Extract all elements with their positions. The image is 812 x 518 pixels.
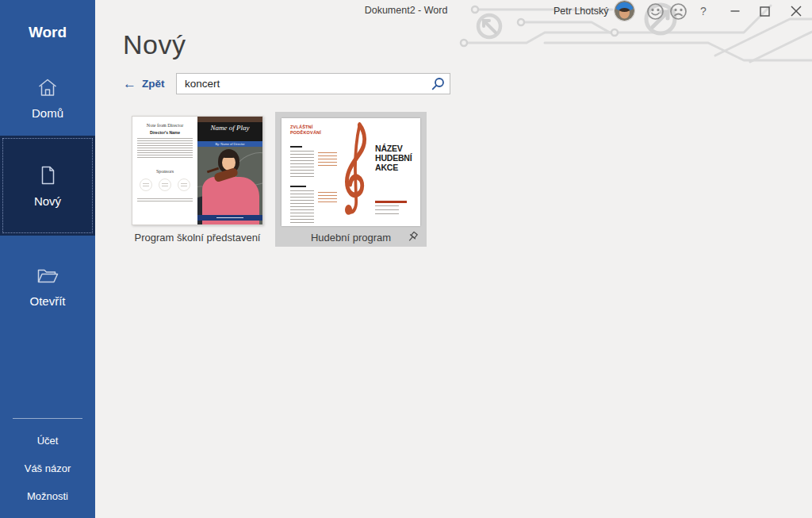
titlebar: Dokument2 - Word Petr Lhotský ? <box>0 0 812 24</box>
backstage-sidebar: Word Domů Nový Otevřít Účet Váš názor Mo… <box>0 0 95 518</box>
template-thumbnail: ZVLÁŠTNÍ PODĚKOVÁNÍ NÁZEV HUDEBNÍ AKCE <box>282 118 420 226</box>
smiley-icon <box>646 2 665 21</box>
new-document-pane: Nový ← Zpět Note from Director Director'… <box>95 0 812 518</box>
minimize-button[interactable] <box>722 0 749 22</box>
pushpin-icon <box>406 231 419 244</box>
template-preview-text-page: Note from Director Director's Name Spons… <box>132 117 197 224</box>
back-arrow-icon: ← <box>123 77 136 90</box>
page-title: Nový <box>123 29 812 60</box>
maximize-icon <box>760 6 770 17</box>
close-button[interactable] <box>780 0 812 22</box>
frown-icon <box>669 2 688 21</box>
avatar-photo <box>615 1 634 21</box>
sidebar-item-feedback[interactable]: Váš názor <box>0 455 95 482</box>
preview-thanks-heading: ZVLÁŠTNÍ PODĚKOVÁNÍ <box>290 125 327 136</box>
template-name: Program školní představení <box>132 232 263 244</box>
search-input[interactable] <box>177 74 426 94</box>
preview-sponsors-heading: Sponsors <box>137 169 193 174</box>
close-icon <box>791 6 802 17</box>
template-tile-hudebni-program[interactable]: ZVLÁŠTNÍ PODĚKOVÁNÍ NÁZEV HUDEBNÍ AKCE <box>275 112 427 247</box>
user-name: Petr Lhotský <box>553 6 608 17</box>
treble-clef-icon <box>335 121 373 223</box>
user-avatar[interactable] <box>615 1 634 21</box>
preview-event-title: NÁZEV HUDEBNÍ AKCE <box>375 144 416 172</box>
send-frown-button[interactable] <box>667 0 690 22</box>
sidebar-item-open[interactable]: Otevřít <box>0 236 95 336</box>
send-smile-button[interactable] <box>644 0 667 22</box>
preview-note-heading: Note from Director <box>137 123 193 128</box>
help-button[interactable]: ? <box>691 0 715 22</box>
sidebar-item-label: Domů <box>32 106 63 120</box>
preview-cover-title: Name of Play <box>197 122 262 141</box>
template-thumbnail: Note from Director Director's Name Spons… <box>132 116 263 225</box>
open-folder-icon <box>36 264 59 286</box>
preview-footer-lines <box>137 198 193 202</box>
sidebar-item-account[interactable]: Účet <box>0 427 95 455</box>
document-title: Dokument2 - Word <box>365 5 448 16</box>
back-button[interactable]: ← Zpět <box>123 77 176 90</box>
template-preview-cover-page: Name of Play By: Name of Director <box>197 117 262 224</box>
template-results: Note from Director Director's Name Spons… <box>132 112 812 247</box>
sidebar-item-new[interactable]: Nový <box>0 136 95 236</box>
preview-director-name: Director's Name <box>137 130 193 135</box>
sidebar-item-options[interactable]: Možnosti <box>0 482 95 510</box>
search-button[interactable] <box>426 74 450 94</box>
sidebar-item-label: Nový <box>34 194 61 208</box>
back-label: Zpět <box>142 78 165 90</box>
sidebar-spacer <box>0 336 95 418</box>
maximize-button[interactable] <box>750 0 779 22</box>
new-document-icon <box>36 164 59 186</box>
template-name: Hudební program <box>311 232 391 244</box>
home-icon <box>36 76 59 98</box>
search-icon <box>431 77 445 91</box>
minimize-icon <box>730 6 740 16</box>
app-brand: Word <box>0 0 95 60</box>
sidebar-divider <box>13 418 82 419</box>
preview-sponsor-logos <box>140 178 190 191</box>
pin-button[interactable] <box>406 231 419 246</box>
preview-body-lines <box>137 138 193 159</box>
preview-cover-byline: By: Name of Director <box>197 141 262 147</box>
template-search-box <box>176 73 450 94</box>
sidebar-item-label: Otevřít <box>29 294 65 308</box>
sidebar-bottom-pad <box>0 510 95 518</box>
template-tile-program-skolni-predstaveni[interactable]: Note from Director Director's Name Spons… <box>132 116 263 244</box>
sidebar-item-home[interactable]: Domů <box>0 60 95 136</box>
